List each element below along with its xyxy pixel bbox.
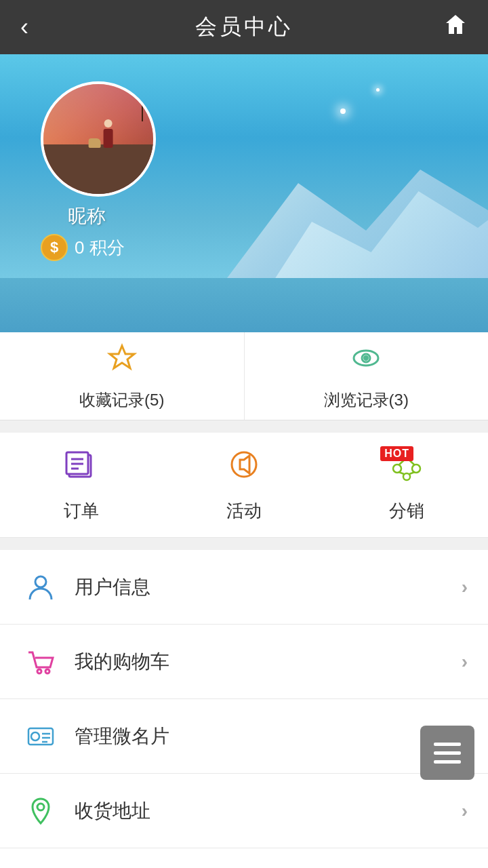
distribution-button[interactable]: HOT 分销 [325,433,488,537]
activity-icon [226,447,262,490]
points-icon: $ [41,234,68,261]
arrow-icon-1: › [462,651,468,673]
page-title: 会员中心 [195,12,293,42]
svg-rect-22 [28,728,53,745]
divider-1 [0,420,488,433]
history-button[interactable]: 浏览记录(3) [245,332,489,420]
svg-point-19 [35,576,46,587]
cart-icon [20,647,61,677]
activities-button[interactable]: 活动 [163,433,325,537]
business-card-item[interactable]: 管理微名片 › [0,699,488,774]
points-row: $ 0 积分 [41,234,125,261]
back-button[interactable]: ‹ [20,13,28,41]
quick-actions-bar: 收藏记录(5) 浏览记录(3) [0,332,488,420]
points-label: 0 积分 [75,236,125,260]
hot-badge: HOT [380,446,413,461]
shopping-cart-label: 我的购物车 [75,649,462,675]
header: ‹ 会员中心 [0,0,488,54]
favorites-button[interactable]: 收藏记录(5) [0,332,245,420]
distribution-label: 分销 [389,499,424,523]
svg-point-13 [412,465,420,473]
shopping-cart-item[interactable]: 我的购物车 › [0,625,488,699]
activities-label: 活动 [226,499,262,523]
svg-point-14 [403,473,410,480]
user-info-label: 用户信息 [75,574,462,600]
star2 [376,88,380,92]
fab-button[interactable] [420,726,474,780]
profile-banner: 昵称 $ 0 积分 [0,54,488,332]
star1 [340,108,346,114]
svg-point-3 [365,356,368,359]
svg-line-17 [399,472,404,474]
arrow-icon-3: › [462,800,468,822]
orders-button[interactable]: 订单 [0,433,163,537]
location-icon [20,796,61,826]
svg-line-18 [409,472,415,474]
business-card-label: 管理微名片 [75,724,462,749]
icon-menu: 订单 活动 HOT [0,433,488,538]
order-icon [64,447,99,490]
eye-icon [350,342,382,381]
card-icon [20,722,61,751]
address-label: 收货地址 [75,798,462,824]
svg-point-21 [45,669,49,673]
arrow-icon-0: › [462,576,468,598]
favorites-label: 收藏记录(5) [79,389,164,411]
user-info-item[interactable]: 用户信息 › [0,550,488,625]
menu-icon [434,743,461,764]
history-label: 浏览记录(3) [324,389,409,411]
svg-point-12 [393,465,401,473]
svg-marker-0 [110,346,134,368]
settings-item[interactable]: 系统设置 › [0,848,488,868]
svg-marker-10 [240,456,249,473]
home-button[interactable] [443,12,468,43]
avatar-container[interactable] [41,81,156,197]
address-item[interactable]: 收货地址 › [0,774,488,848]
username: 昵称 [68,203,106,229]
svg-point-23 [31,732,39,741]
water [0,278,488,332]
avatar [41,81,156,197]
svg-point-9 [232,452,256,477]
svg-point-27 [37,804,44,810]
svg-point-20 [37,669,41,673]
orders-label: 订单 [64,499,99,523]
user-icon [20,572,61,602]
menu-list: 用户信息 › 我的购物车 › 管理微名片 › [0,550,488,868]
star-icon [106,342,138,381]
